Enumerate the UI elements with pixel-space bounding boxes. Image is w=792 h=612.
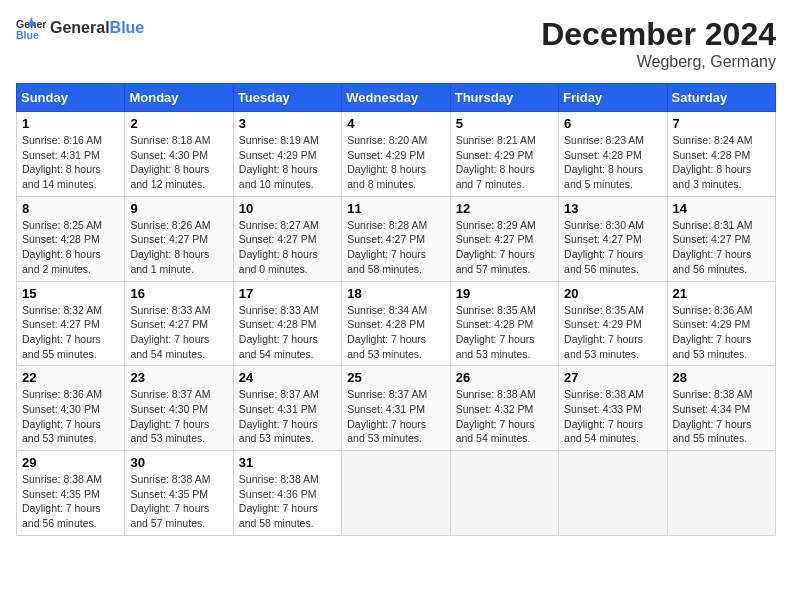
- day-info: Sunrise: 8:25 AMSunset: 4:28 PMDaylight:…: [22, 218, 119, 277]
- calendar-cell: 3Sunrise: 8:19 AMSunset: 4:29 PMDaylight…: [233, 112, 341, 197]
- logo-general: General: [50, 19, 110, 36]
- calendar-cell: 13Sunrise: 8:30 AMSunset: 4:27 PMDayligh…: [559, 196, 667, 281]
- day-info: Sunrise: 8:19 AMSunset: 4:29 PMDaylight:…: [239, 133, 336, 192]
- day-info: Sunrise: 8:33 AMSunset: 4:27 PMDaylight:…: [130, 303, 227, 362]
- day-number: 31: [239, 455, 336, 470]
- day-info: Sunrise: 8:27 AMSunset: 4:27 PMDaylight:…: [239, 218, 336, 277]
- calendar-cell: [342, 451, 450, 536]
- calendar-week-row: 29Sunrise: 8:38 AMSunset: 4:35 PMDayligh…: [17, 451, 776, 536]
- calendar-cell: 22Sunrise: 8:36 AMSunset: 4:30 PMDayligh…: [17, 366, 125, 451]
- day-number: 16: [130, 286, 227, 301]
- day-info: Sunrise: 8:38 AMSunset: 4:34 PMDaylight:…: [673, 387, 770, 446]
- calendar-cell: 7Sunrise: 8:24 AMSunset: 4:28 PMDaylight…: [667, 112, 775, 197]
- day-number: 28: [673, 370, 770, 385]
- day-number: 3: [239, 116, 336, 131]
- calendar-cell: 19Sunrise: 8:35 AMSunset: 4:28 PMDayligh…: [450, 281, 558, 366]
- calendar-week-row: 22Sunrise: 8:36 AMSunset: 4:30 PMDayligh…: [17, 366, 776, 451]
- calendar-cell: 12Sunrise: 8:29 AMSunset: 4:27 PMDayligh…: [450, 196, 558, 281]
- day-info: Sunrise: 8:34 AMSunset: 4:28 PMDaylight:…: [347, 303, 444, 362]
- day-number: 27: [564, 370, 661, 385]
- calendar-cell: 31Sunrise: 8:38 AMSunset: 4:36 PMDayligh…: [233, 451, 341, 536]
- day-number: 30: [130, 455, 227, 470]
- day-info: Sunrise: 8:23 AMSunset: 4:28 PMDaylight:…: [564, 133, 661, 192]
- calendar: Sunday Monday Tuesday Wednesday Thursday…: [16, 83, 776, 536]
- calendar-week-row: 1Sunrise: 8:16 AMSunset: 4:31 PMDaylight…: [17, 112, 776, 197]
- calendar-cell: 20Sunrise: 8:35 AMSunset: 4:29 PMDayligh…: [559, 281, 667, 366]
- calendar-cell: [559, 451, 667, 536]
- header-sunday: Sunday: [17, 84, 125, 112]
- header-saturday: Saturday: [667, 84, 775, 112]
- calendar-cell: 24Sunrise: 8:37 AMSunset: 4:31 PMDayligh…: [233, 366, 341, 451]
- calendar-cell: 5Sunrise: 8:21 AMSunset: 4:29 PMDaylight…: [450, 112, 558, 197]
- calendar-cell: 27Sunrise: 8:38 AMSunset: 4:33 PMDayligh…: [559, 366, 667, 451]
- day-number: 29: [22, 455, 119, 470]
- header-thursday: Thursday: [450, 84, 558, 112]
- calendar-header-row: Sunday Monday Tuesday Wednesday Thursday…: [17, 84, 776, 112]
- day-number: 26: [456, 370, 553, 385]
- day-info: Sunrise: 8:38 AMSunset: 4:33 PMDaylight:…: [564, 387, 661, 446]
- day-info: Sunrise: 8:18 AMSunset: 4:30 PMDaylight:…: [130, 133, 227, 192]
- day-info: Sunrise: 8:37 AMSunset: 4:31 PMDaylight:…: [347, 387, 444, 446]
- day-number: 22: [22, 370, 119, 385]
- calendar-week-row: 8Sunrise: 8:25 AMSunset: 4:28 PMDaylight…: [17, 196, 776, 281]
- day-info: Sunrise: 8:35 AMSunset: 4:29 PMDaylight:…: [564, 303, 661, 362]
- day-info: Sunrise: 8:32 AMSunset: 4:27 PMDaylight:…: [22, 303, 119, 362]
- day-info: Sunrise: 8:21 AMSunset: 4:29 PMDaylight:…: [456, 133, 553, 192]
- day-number: 24: [239, 370, 336, 385]
- calendar-cell: 26Sunrise: 8:38 AMSunset: 4:32 PMDayligh…: [450, 366, 558, 451]
- header: General Blue GeneralBlue December 2024 W…: [16, 16, 776, 71]
- day-number: 13: [564, 201, 661, 216]
- calendar-cell: 23Sunrise: 8:37 AMSunset: 4:30 PMDayligh…: [125, 366, 233, 451]
- day-number: 10: [239, 201, 336, 216]
- header-tuesday: Tuesday: [233, 84, 341, 112]
- day-number: 12: [456, 201, 553, 216]
- calendar-cell: [667, 451, 775, 536]
- day-number: 17: [239, 286, 336, 301]
- day-number: 20: [564, 286, 661, 301]
- calendar-cell: 21Sunrise: 8:36 AMSunset: 4:29 PMDayligh…: [667, 281, 775, 366]
- header-monday: Monday: [125, 84, 233, 112]
- day-info: Sunrise: 8:38 AMSunset: 4:32 PMDaylight:…: [456, 387, 553, 446]
- header-wednesday: Wednesday: [342, 84, 450, 112]
- svg-text:Blue: Blue: [16, 29, 39, 41]
- calendar-cell: 25Sunrise: 8:37 AMSunset: 4:31 PMDayligh…: [342, 366, 450, 451]
- day-number: 18: [347, 286, 444, 301]
- calendar-cell: 11Sunrise: 8:28 AMSunset: 4:27 PMDayligh…: [342, 196, 450, 281]
- day-info: Sunrise: 8:26 AMSunset: 4:27 PMDaylight:…: [130, 218, 227, 277]
- calendar-cell: 10Sunrise: 8:27 AMSunset: 4:27 PMDayligh…: [233, 196, 341, 281]
- calendar-cell: 4Sunrise: 8:20 AMSunset: 4:29 PMDaylight…: [342, 112, 450, 197]
- day-number: 8: [22, 201, 119, 216]
- header-friday: Friday: [559, 84, 667, 112]
- calendar-cell: 29Sunrise: 8:38 AMSunset: 4:35 PMDayligh…: [17, 451, 125, 536]
- day-number: 4: [347, 116, 444, 131]
- calendar-cell: 14Sunrise: 8:31 AMSunset: 4:27 PMDayligh…: [667, 196, 775, 281]
- day-info: Sunrise: 8:36 AMSunset: 4:30 PMDaylight:…: [22, 387, 119, 446]
- calendar-cell: 2Sunrise: 8:18 AMSunset: 4:30 PMDaylight…: [125, 112, 233, 197]
- page-subtitle: Wegberg, Germany: [541, 53, 776, 71]
- day-number: 11: [347, 201, 444, 216]
- day-info: Sunrise: 8:38 AMSunset: 4:36 PMDaylight:…: [239, 472, 336, 531]
- day-number: 25: [347, 370, 444, 385]
- day-info: Sunrise: 8:37 AMSunset: 4:30 PMDaylight:…: [130, 387, 227, 446]
- day-info: Sunrise: 8:36 AMSunset: 4:29 PMDaylight:…: [673, 303, 770, 362]
- day-number: 5: [456, 116, 553, 131]
- calendar-cell: 8Sunrise: 8:25 AMSunset: 4:28 PMDaylight…: [17, 196, 125, 281]
- page-title: December 2024: [541, 16, 776, 53]
- day-info: Sunrise: 8:31 AMSunset: 4:27 PMDaylight:…: [673, 218, 770, 277]
- day-number: 23: [130, 370, 227, 385]
- day-number: 19: [456, 286, 553, 301]
- calendar-week-row: 15Sunrise: 8:32 AMSunset: 4:27 PMDayligh…: [17, 281, 776, 366]
- logo: General Blue GeneralBlue: [16, 16, 144, 40]
- day-number: 2: [130, 116, 227, 131]
- calendar-cell: 1Sunrise: 8:16 AMSunset: 4:31 PMDaylight…: [17, 112, 125, 197]
- day-info: Sunrise: 8:37 AMSunset: 4:31 PMDaylight:…: [239, 387, 336, 446]
- day-number: 7: [673, 116, 770, 131]
- day-number: 1: [22, 116, 119, 131]
- day-info: Sunrise: 8:38 AMSunset: 4:35 PMDaylight:…: [130, 472, 227, 531]
- day-number: 14: [673, 201, 770, 216]
- day-number: 21: [673, 286, 770, 301]
- calendar-cell: 6Sunrise: 8:23 AMSunset: 4:28 PMDaylight…: [559, 112, 667, 197]
- day-info: Sunrise: 8:20 AMSunset: 4:29 PMDaylight:…: [347, 133, 444, 192]
- day-info: Sunrise: 8:29 AMSunset: 4:27 PMDaylight:…: [456, 218, 553, 277]
- calendar-cell: 16Sunrise: 8:33 AMSunset: 4:27 PMDayligh…: [125, 281, 233, 366]
